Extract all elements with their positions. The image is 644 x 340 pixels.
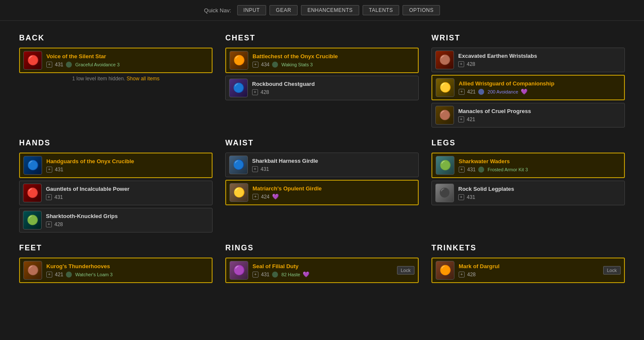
chest-item-0-meta: + 434 Waking Stats 3	[252, 62, 414, 68]
waist-item-1[interactable]: 🟡 Matriarch's Opulent Girdle + 424 💜	[225, 180, 419, 205]
nav-gear-btn[interactable]: GEAR	[270, 5, 298, 15]
rings-item-0-meta: + 431 82 Haste 💜	[252, 271, 393, 278]
trinkets-title: TRINKETS	[431, 244, 625, 252]
hands-item-0-icon: 🔵	[23, 156, 42, 175]
legs-item-1-ilvl: 431	[467, 194, 475, 200]
chest-item-0-name: Battlechest of the Onyx Crucible	[252, 53, 414, 60]
chest-item-0-icon: 🟠	[230, 51, 248, 70]
back-item-0-enchant-icon	[66, 62, 72, 68]
feet-item-0-enchant: Watcher's Loam 3	[75, 272, 113, 277]
waist-item-0[interactable]: 🔵 Sharkbait Harness Girdle + 431	[225, 153, 419, 177]
rings-item-0-info: Seal of Filial Duty + 431 82 Haste 💜	[252, 263, 393, 278]
wrist-item-0-info: Excavated Earthen Wristslabs + 428	[458, 53, 621, 67]
hands-item-1[interactable]: 🔴 Gauntlets of Incalculable Power + 431	[19, 181, 213, 205]
hands-section: HANDS 🔵 Handguards of the Onyx Crucible …	[13, 134, 219, 239]
feet-item-0-meta: + 421 Watcher's Loam 3	[46, 272, 208, 278]
trinkets-item-0-ilvl: 428	[467, 272, 476, 278]
wrist-item-1-gem: 💜	[521, 88, 528, 95]
hands-item-1-meta: + 431	[46, 194, 209, 200]
wrist-item-1-enchant-icon	[478, 89, 484, 95]
chest-item-0[interactable]: 🟠 Battlechest of the Onyx Crucible + 434…	[225, 48, 419, 73]
waist-item-0-name: Sharkbait Harness Girdle	[252, 158, 415, 165]
legs-item-1-icon: ⚫	[435, 184, 454, 202]
hands-item-1-plus[interactable]: +	[46, 194, 52, 200]
back-item-0[interactable]: 🔴 Voice of the Silent Star + 431 Gracefu…	[19, 48, 213, 73]
waist-item-1-plus[interactable]: +	[252, 194, 258, 200]
wrist-item-2-plus[interactable]: +	[458, 116, 464, 122]
wrist-item-0-plus[interactable]: +	[458, 61, 464, 67]
wrist-item-1[interactable]: 🟡 Allied Wristguard of Companionship + 4…	[431, 75, 625, 100]
waist-item-1-gem: 💜	[272, 193, 279, 200]
rings-section: RINGS 🟣 Seal of Filial Duty + 431 82 Has…	[219, 239, 425, 290]
hands-item-0-plus[interactable]: +	[46, 167, 52, 173]
back-section: BACK 🔴 Voice of the Silent Star + 431 Gr…	[13, 29, 219, 134]
hands-item-0-meta: + 431	[46, 167, 208, 173]
rings-item-0-enchant: 82 Haste	[281, 272, 300, 277]
hands-item-1-info: Gauntlets of Incalculable Power + 431	[46, 186, 209, 200]
trinkets-item-0-icon: 🟠	[436, 261, 454, 280]
legs-item-0-icon: 🟢	[436, 156, 454, 175]
gear-grid: BACK 🔴 Voice of the Silent Star + 431 Gr…	[0, 21, 644, 298]
wrist-item-1-plus[interactable]: +	[459, 89, 465, 95]
feet-item-0-enchant-icon	[66, 272, 72, 278]
back-title: BACK	[19, 34, 213, 42]
chest-item-0-plus[interactable]: +	[252, 62, 258, 68]
wrist-item-2-info: Manacles of Cruel Progress + 421	[458, 108, 621, 122]
trinkets-section: TRINKETS 🟠 Mark of Dargrul + 428 Lock	[425, 239, 631, 290]
trinkets-item-0-name: Mark of Dargrul	[459, 263, 599, 270]
back-item-0-icon: 🔴	[23, 51, 42, 70]
wrist-title: WRIST	[431, 34, 625, 42]
wrist-section: WRIST 🟤 Excavated Earthen Wristslabs + 4…	[425, 29, 631, 134]
chest-item-0-enchant-icon	[272, 62, 278, 68]
trinkets-item-0[interactable]: 🟠 Mark of Dargrul + 428 Lock	[431, 258, 625, 283]
trinkets-item-0-meta: + 428	[459, 272, 599, 278]
back-item-0-plus[interactable]: +	[46, 62, 52, 68]
wrist-item-2[interactable]: 🟤 Manacles of Cruel Progress + 421	[431, 103, 625, 128]
legs-section: LEGS 🟢 Sharkwater Waders + 431 Frosted A…	[425, 134, 631, 239]
rings-item-0-plus[interactable]: +	[252, 272, 258, 278]
chest-item-1-name: Rockbound Chestguard	[252, 81, 415, 88]
waist-item-1-ilvl: 424	[261, 194, 270, 200]
wrist-item-0[interactable]: 🟤 Excavated Earthen Wristslabs + 428	[431, 48, 625, 72]
nav-input-btn[interactable]: INPUT	[237, 5, 267, 15]
feet-item-0[interactable]: 🟤 Kurog's Thunderhooves + 421 Watcher's …	[19, 258, 213, 283]
feet-section: FEET 🟤 Kurog's Thunderhooves + 421 Watch…	[13, 239, 219, 290]
nav-options-btn[interactable]: OPTIONS	[403, 5, 440, 15]
chest-item-1-info: Rockbound Chestguard + 428	[252, 81, 415, 95]
wrist-item-0-meta: + 428	[458, 61, 621, 67]
hands-item-2[interactable]: 🟢 Sharktooth-Knuckled Grips + 428	[19, 208, 213, 232]
legs-item-0-plus[interactable]: +	[459, 167, 465, 173]
waist-item-1-icon: 🟡	[230, 183, 248, 202]
hands-item-2-info: Sharktooth-Knuckled Grips + 428	[46, 213, 209, 227]
trinkets-item-0-plus[interactable]: +	[459, 272, 465, 278]
feet-item-0-plus[interactable]: +	[46, 272, 52, 278]
nav-enhancements-btn[interactable]: ENHANCEMENTS	[301, 5, 359, 15]
legs-item-1-plus[interactable]: +	[458, 194, 464, 200]
chest-item-1-plus[interactable]: +	[252, 89, 258, 95]
rings-item-0-name: Seal of Filial Duty	[252, 263, 393, 270]
rings-title: RINGS	[225, 244, 419, 252]
back-show-all[interactable]: Show all items	[127, 76, 159, 82]
back-hidden-text: 1 low level item hidden. Show all items	[19, 76, 213, 82]
legs-item-0[interactable]: 🟢 Sharkwater Waders + 431 Frosted Armor …	[431, 153, 625, 178]
chest-item-1[interactable]: 🔵 Rockbound Chestguard + 428	[225, 76, 419, 100]
hands-item-2-plus[interactable]: +	[46, 221, 52, 227]
wrist-item-1-enchant: 200 Avoidance	[488, 89, 518, 94]
waist-item-0-info: Sharkbait Harness Girdle + 431	[252, 158, 415, 172]
waist-title: WAIST	[225, 139, 419, 147]
waist-item-0-plus[interactable]: +	[252, 166, 258, 172]
rings-item-0[interactable]: 🟣 Seal of Filial Duty + 431 82 Haste 💜 L…	[225, 258, 419, 283]
waist-item-1-info: Matriarch's Opulent Girdle + 424 💜	[252, 185, 414, 200]
waist-item-1-meta: + 424 💜	[252, 193, 414, 200]
legs-item-0-name: Sharkwater Waders	[459, 158, 621, 165]
rings-item-0-lock[interactable]: Lock	[397, 266, 414, 275]
waist-item-1-name: Matriarch's Opulent Girdle	[252, 185, 414, 193]
legs-item-1[interactable]: ⚫ Rock Solid Legplates + 431	[431, 181, 625, 205]
back-item-0-enchant: Graceful Avoidance 3	[75, 62, 119, 67]
nav-talents-btn[interactable]: TALENTS	[363, 5, 400, 15]
hands-item-1-icon: 🔴	[23, 184, 42, 202]
hands-item-0[interactable]: 🔵 Handguards of the Onyx Crucible + 431	[19, 153, 213, 178]
wrist-item-1-icon: 🟡	[436, 78, 454, 97]
chest-item-0-info: Battlechest of the Onyx Crucible + 434 W…	[252, 53, 414, 68]
trinkets-item-0-lock[interactable]: Lock	[603, 266, 621, 275]
